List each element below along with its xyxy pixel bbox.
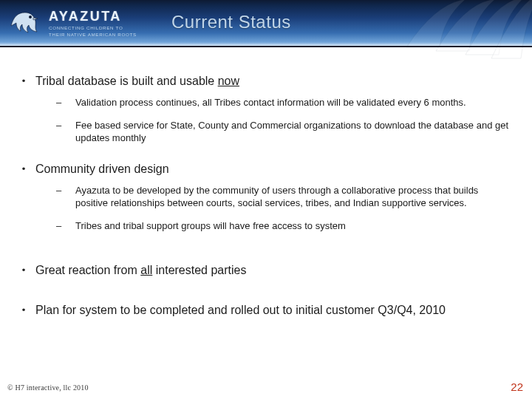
text-pre: Plan for system to be completed and roll… — [35, 304, 446, 316]
text-pre: Tribal database is built and usable — [35, 75, 218, 87]
sub-text: Tribes and tribal support groups will ha… — [75, 219, 510, 232]
bullet-3: • Great reaction from all interested par… — [12, 263, 510, 278]
sub-text: Ayazuta to be developed by the community… — [75, 184, 510, 209]
page-number: 22 — [511, 381, 523, 393]
dash-marker: – — [56, 119, 71, 144]
bullet-text: Community driven design — [35, 162, 510, 177]
slide: AYAZUTA CONNECTING CHILDREN TO THEIR NAT… — [0, 0, 532, 399]
bullet-4: • Plan for system to be completed and ro… — [12, 303, 510, 318]
bullet-text: Tribal database is built and usable now — [35, 74, 510, 89]
text-pre: Community driven design — [35, 163, 169, 175]
brand-name: AYAZUTA — [49, 9, 137, 24]
bullet-marker: • — [12, 162, 35, 176]
sub-bullet: – Ayazuta to be developed by the communi… — [56, 184, 510, 209]
copyright: © H7 interactive, llc 2010 — [7, 383, 89, 392]
text-underline: now — [218, 75, 239, 87]
slide-body: • Tribal database is built and usable no… — [12, 74, 510, 322]
brand-text: AYAZUTA CONNECTING CHILDREN TO THEIR NAT… — [49, 9, 137, 38]
dash-marker: – — [56, 219, 71, 232]
svg-point-0 — [29, 16, 31, 18]
text-underline: all — [140, 264, 152, 276]
brand-logo: AYAZUTA CONNECTING CHILDREN TO THEIR NAT… — [7, 3, 155, 43]
dash-marker: – — [56, 96, 71, 109]
bullet-1: • Tribal database is built and usable no… — [12, 74, 510, 89]
bullet-marker: • — [12, 303, 35, 317]
sub-text: Validation process continues, all Tribes… — [75, 96, 510, 109]
slide-title: Current Status — [171, 12, 291, 33]
sub-bullet: – Fee based service for State, County an… — [56, 119, 510, 144]
brand-tagline-1: CONNECTING CHILDREN TO — [49, 26, 137, 31]
bullet-text: Plan for system to be completed and roll… — [35, 303, 510, 318]
header-bar: AYAZUTA CONNECTING CHILDREN TO THEIR NAT… — [0, 0, 532, 46]
dash-marker: – — [56, 184, 71, 209]
bullet-marker: • — [12, 74, 35, 88]
bullet-2: • Community driven design — [12, 162, 510, 177]
sub-text: Fee based service for State, County and … — [75, 119, 510, 144]
eagle-icon — [7, 5, 43, 41]
headdress-icon — [369, 0, 532, 62]
text-pre: Great reaction from — [35, 264, 140, 276]
sub-bullet: – Validation process continues, all Trib… — [56, 96, 510, 109]
bullet-marker: • — [12, 263, 35, 277]
sub-bullet: – Tribes and tribal support groups will … — [56, 219, 510, 232]
bullet-text: Great reaction from all interested parti… — [35, 263, 510, 278]
brand-tagline-2: THEIR NATIVE AMERICAN ROOTS — [49, 33, 137, 38]
text-post: interested parties — [152, 264, 246, 276]
